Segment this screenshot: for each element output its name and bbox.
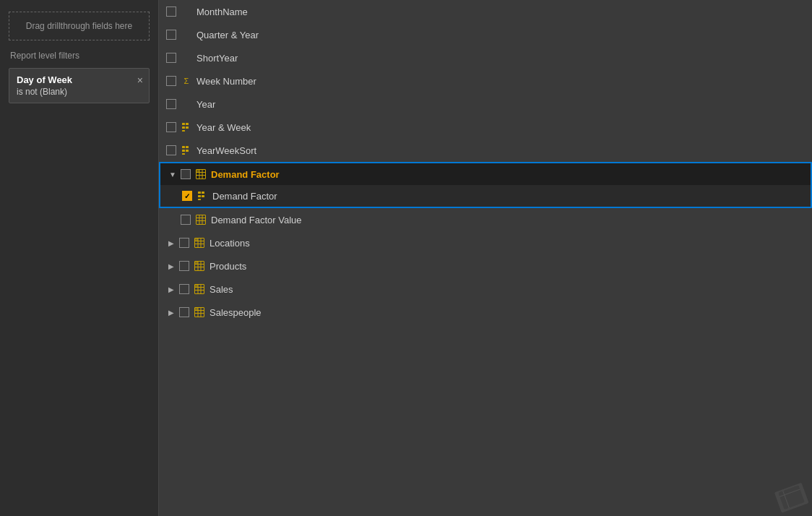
hierarchy-icon-year-week xyxy=(181,121,192,133)
expand-arrow-sales[interactable]: ▶ xyxy=(166,284,176,294)
filter-card: Day of Week is not (Blank) × xyxy=(9,68,150,103)
svg-rect-21 xyxy=(196,215,206,225)
expand-arrow-locations[interactable]: ▶ xyxy=(166,238,176,248)
field-label-year-week: Year & Week xyxy=(196,122,805,133)
field-row-week-number[interactable]: Σ Week Number xyxy=(159,69,812,93)
checkbox-year-week-sort[interactable] xyxy=(166,145,176,155)
field-label-short-year: ShortYear xyxy=(196,53,805,64)
checkbox-demand-factor-item[interactable] xyxy=(182,191,192,201)
field-label-month-name: MonthName xyxy=(196,7,805,17)
svg-rect-2 xyxy=(186,123,189,125)
expand-arrow-products[interactable]: ▶ xyxy=(166,261,176,271)
expand-arrow-demand-factor[interactable]: ▼ xyxy=(168,169,178,179)
field-row-locations[interactable]: ▶ Locations xyxy=(159,231,812,254)
field-row-year-week[interactable]: Year & Week xyxy=(159,116,812,139)
table-icon-salespeople xyxy=(194,306,205,318)
filter-card-close-button[interactable]: × xyxy=(137,74,143,86)
field-row-month-name[interactable]: MonthName xyxy=(159,0,812,23)
table-icon-locations xyxy=(194,237,205,249)
checkbox-short-year[interactable] xyxy=(166,53,176,63)
field-icon-year xyxy=(181,98,192,110)
svg-rect-0 xyxy=(182,123,185,125)
field-row-year[interactable]: Year xyxy=(159,93,812,116)
field-row-year-week-sort[interactable]: YearWeekSort xyxy=(159,139,812,162)
checkbox-demand-factor-group[interactable] xyxy=(181,169,191,179)
svg-rect-31 xyxy=(195,238,199,241)
report-level-label: Report level filters xyxy=(0,46,158,65)
field-label-demand-factor-value: Demand Factor Value xyxy=(211,215,805,225)
checkbox-demand-factor-value[interactable] xyxy=(181,215,191,225)
field-row-quarter-year[interactable]: Quarter & Year xyxy=(159,23,812,46)
field-label-demand-factor-group: Demand Factor xyxy=(211,169,803,180)
svg-rect-5 xyxy=(182,146,185,148)
field-icon-month-name xyxy=(181,6,192,17)
svg-rect-6 xyxy=(182,150,185,152)
filter-card-title: Day of Week xyxy=(17,74,142,85)
field-label-quarter-year: Quarter & Year xyxy=(196,30,805,40)
drillthrough-label: Drag drillthrough fields here xyxy=(26,21,132,31)
checkbox-year-week[interactable] xyxy=(166,122,176,132)
field-label-demand-factor-item: Demand Factor xyxy=(212,191,803,202)
svg-rect-19 xyxy=(202,195,204,197)
field-row-salespeople[interactable]: ▶ Salespeople xyxy=(159,301,812,324)
watermark xyxy=(769,473,812,516)
checkbox-month-name[interactable] xyxy=(166,7,176,17)
field-label-year: Year xyxy=(196,99,805,110)
field-row-demand-factor-value[interactable]: Demand Factor Value xyxy=(159,208,812,231)
checkbox-salespeople[interactable] xyxy=(179,307,189,317)
svg-rect-20 xyxy=(198,199,201,200)
table-icon-products xyxy=(194,260,205,272)
svg-rect-1 xyxy=(182,126,185,129)
checkbox-locations[interactable] xyxy=(179,238,189,248)
field-label-products: Products xyxy=(210,261,805,272)
checkbox-products[interactable] xyxy=(179,261,189,271)
field-label-locations: Locations xyxy=(210,238,805,249)
svg-rect-9 xyxy=(182,153,185,155)
svg-rect-43 xyxy=(195,285,199,288)
svg-rect-4 xyxy=(182,130,185,132)
svg-rect-8 xyxy=(186,150,189,152)
field-row-short-year[interactable]: ShortYear xyxy=(159,46,812,69)
svg-rect-15 xyxy=(196,170,200,173)
field-label-sales: Sales xyxy=(210,284,805,295)
sigma-icon-week-number: Σ xyxy=(181,75,192,87)
field-row-products[interactable]: ▶ Products xyxy=(159,254,812,278)
table-icon-demand-factor xyxy=(195,168,207,180)
svg-rect-17 xyxy=(198,195,201,197)
drillthrough-area[interactable]: Drag drillthrough fields here xyxy=(9,12,150,40)
hierarchy-icon-year-week-sort xyxy=(181,145,192,156)
svg-rect-16 xyxy=(198,192,201,194)
checkbox-year[interactable] xyxy=(166,99,176,109)
field-row-demand-factor-item[interactable]: Demand Factor xyxy=(159,185,812,208)
svg-rect-3 xyxy=(186,126,189,129)
field-row-demand-factor-group[interactable]: ▼ Demand Factor xyxy=(159,162,812,185)
sigma-icon-demand-factor-value xyxy=(195,214,207,225)
svg-rect-18 xyxy=(202,192,204,194)
svg-rect-37 xyxy=(195,262,199,265)
left-panel: Drag drillthrough fields here Report lev… xyxy=(0,0,159,516)
svg-rect-7 xyxy=(186,146,189,148)
field-row-sales[interactable]: ▶ Sales xyxy=(159,278,812,301)
table-icon-sales xyxy=(194,283,205,295)
svg-rect-49 xyxy=(195,308,199,311)
expand-arrow-salespeople[interactable]: ▶ xyxy=(166,307,176,317)
hierarchy-icon-demand-factor-item xyxy=(196,190,208,202)
filter-card-subtitle: is not (Blank) xyxy=(17,87,142,97)
field-icon-short-year xyxy=(181,52,192,64)
checkbox-week-number[interactable] xyxy=(166,76,176,86)
checkbox-sales[interactable] xyxy=(179,284,189,294)
field-label-year-week-sort: YearWeekSort xyxy=(196,145,805,156)
field-icon-quarter-year xyxy=(181,29,192,40)
field-label-salespeople: Salespeople xyxy=(210,307,805,318)
field-label-week-number: Week Number xyxy=(196,76,805,87)
fields-panel: MonthName Quarter & Year ShortYear Σ Wee… xyxy=(159,0,812,516)
checkbox-quarter-year[interactable] xyxy=(166,30,176,40)
